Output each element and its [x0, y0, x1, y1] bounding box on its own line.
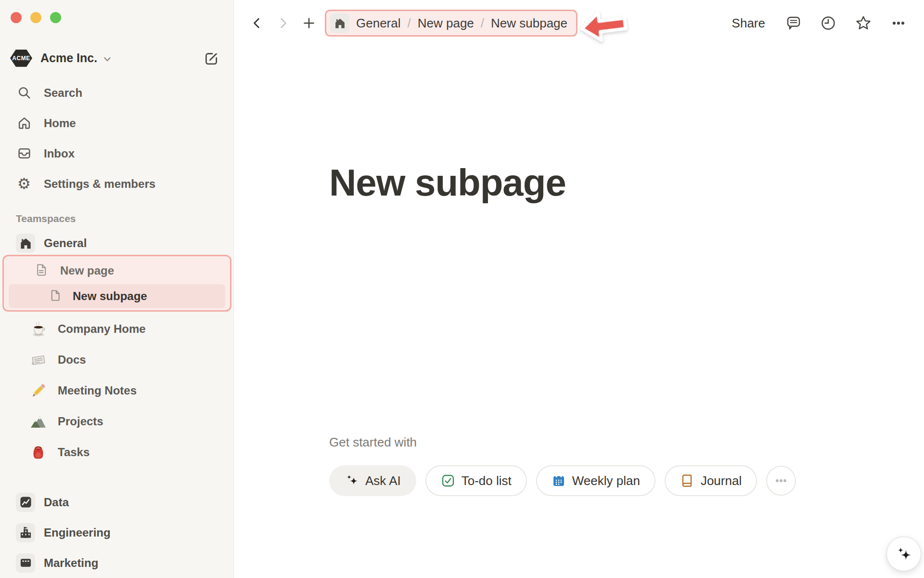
sidebar-nav: Search Home Inbox ⚙ Settings & members — [0, 78, 233, 199]
breadcrumb-item-new-page[interactable]: New page — [418, 16, 474, 31]
gear-icon: ⚙ — [16, 176, 32, 191]
sidebar-item-label: Docs — [58, 353, 86, 367]
sidebar-item-new-subpage-selected[interactable]: New subpage — [9, 284, 225, 308]
sidebar-item-data[interactable]: Data — [0, 487, 233, 517]
annotation-highlight-box: New page New subpage — [2, 255, 231, 312]
workspace-name: Acme Inc. — [40, 51, 97, 65]
page-blank-icon — [49, 289, 61, 303]
get-started-label: Get started with — [329, 435, 924, 450]
breadcrumb-item-new-subpage[interactable]: New subpage — [491, 16, 567, 31]
sidebar-item-label: Projects — [58, 415, 103, 428]
coffee-emoji-icon — [29, 320, 47, 338]
sidebar-item-new-page[interactable]: New page — [4, 257, 230, 284]
journal-icon — [680, 473, 694, 488]
chevron-right-icon — [276, 16, 290, 30]
sidebar-item-general[interactable]: General — [0, 232, 233, 255]
comments-button[interactable] — [785, 15, 802, 31]
billboard-badge-icon — [16, 553, 35, 573]
add-page-button[interactable] — [302, 16, 316, 30]
minimize-button[interactable] — [30, 12, 41, 23]
page-title[interactable]: New subpage — [329, 161, 924, 205]
annotation-arrow-left — [578, 5, 629, 47]
sidebar-item-company-home[interactable]: Company Home — [0, 314, 233, 344]
chevron-down-icon — [102, 54, 113, 65]
sidebar-item-label: New subpage — [73, 289, 147, 303]
sidebar-item-label: Data — [44, 496, 69, 509]
sidebar-item-label: Engineering — [44, 526, 111, 539]
more-options-button[interactable] — [890, 15, 907, 31]
main-area: General / New page / New subpage Share — [234, 0, 924, 578]
action-label: Ask AI — [365, 473, 401, 488]
sidebar-item-label: Marketing — [44, 556, 98, 570]
workspace-switcher[interactable]: ACME Acme Inc. — [10, 47, 219, 69]
breadcrumb: General / New page / New subpage — [325, 10, 578, 37]
sidebar-item-meeting-notes[interactable]: Meeting Notes — [0, 375, 233, 406]
pencil-emoji-icon — [29, 382, 47, 400]
close-button[interactable] — [11, 12, 22, 23]
comment-icon — [785, 15, 802, 31]
sidebar-item-label: Meeting Notes — [58, 384, 137, 397]
house-badge-icon — [16, 234, 35, 253]
template-actions: Ask AI To-do list — [329, 465, 924, 496]
sidebar-item-label: Tasks — [58, 446, 90, 459]
favorite-button[interactable] — [855, 14, 872, 32]
inbox-icon — [16, 146, 32, 161]
search-icon — [16, 85, 32, 100]
more-templates-button[interactable] — [766, 466, 796, 496]
back-button[interactable] — [250, 16, 264, 30]
star-icon — [855, 14, 872, 32]
sidebar-item-docs[interactable]: Docs — [0, 344, 233, 375]
notion-ai-button[interactable] — [886, 537, 921, 571]
sidebar-item-home[interactable]: Home — [0, 108, 233, 138]
notion-window: ACME Acme Inc. Search Home — [0, 0, 924, 578]
teamspaces-section-label: Teamspaces — [16, 211, 233, 226]
calendar-icon — [552, 473, 566, 488]
other-teamspaces: Data Engineering — [0, 487, 233, 578]
sidebar-item-label: Inbox — [44, 147, 75, 160]
sidebar-item-label: Settings & members — [44, 177, 155, 191]
sidebar-item-projects[interactable]: Projects — [0, 406, 233, 437]
new-page-compose-icon[interactable] — [204, 51, 219, 66]
action-label: Journal — [701, 473, 742, 488]
todo-checkbox-icon — [441, 473, 455, 488]
building-badge-icon — [16, 523, 35, 542]
forward-button[interactable] — [276, 16, 290, 30]
journal-button[interactable]: Journal — [665, 465, 757, 496]
weekly-plan-button[interactable]: Weekly plan — [536, 465, 655, 496]
mountain-emoji-icon — [29, 413, 47, 431]
share-button[interactable]: Share — [732, 16, 765, 31]
home-icon — [16, 116, 32, 131]
sidebar-item-engineering[interactable]: Engineering — [0, 517, 233, 548]
sidebar-item-label: New page — [60, 264, 114, 277]
sidebar-item-marketing[interactable]: Marketing — [0, 548, 233, 578]
zoom-button[interactable] — [50, 12, 61, 23]
backpack-emoji-icon — [29, 444, 47, 461]
clock-icon — [820, 15, 836, 31]
sidebar-item-tasks[interactable]: Tasks — [0, 437, 233, 468]
sidebar: ACME Acme Inc. Search Home — [0, 0, 234, 578]
breadcrumb-item-general[interactable]: General — [356, 16, 401, 31]
ellipsis-icon — [774, 473, 788, 488]
ask-ai-button[interactable]: Ask AI — [329, 465, 416, 496]
breadcrumb-separator: / — [408, 16, 411, 31]
chart-badge-icon — [16, 493, 35, 512]
ai-sparkles-icon — [894, 544, 913, 564]
page-lines-icon — [35, 263, 48, 278]
sidebar-item-settings[interactable]: ⚙ Settings & members — [0, 169, 233, 199]
chevron-left-icon — [250, 16, 264, 30]
action-label: Weekly plan — [572, 473, 640, 488]
ellipsis-icon — [890, 15, 907, 31]
sparkles-icon — [345, 473, 359, 488]
action-label: To-do list — [462, 473, 512, 488]
breadcrumb-separator: / — [481, 16, 484, 31]
general-teamspace-pages: Company Home Docs — [0, 314, 233, 468]
sidebar-item-inbox[interactable]: Inbox — [0, 138, 233, 169]
sidebar-item-search[interactable]: Search — [0, 78, 233, 108]
house-icon — [330, 13, 349, 33]
todo-list-button[interactable]: To-do list — [425, 465, 527, 496]
topbar: General / New page / New subpage Share — [234, 0, 924, 46]
window-controls — [0, 0, 233, 30]
sidebar-item-label: Search — [44, 86, 82, 100]
history-button[interactable] — [820, 15, 836, 31]
workspace-logo: ACME — [10, 50, 32, 67]
